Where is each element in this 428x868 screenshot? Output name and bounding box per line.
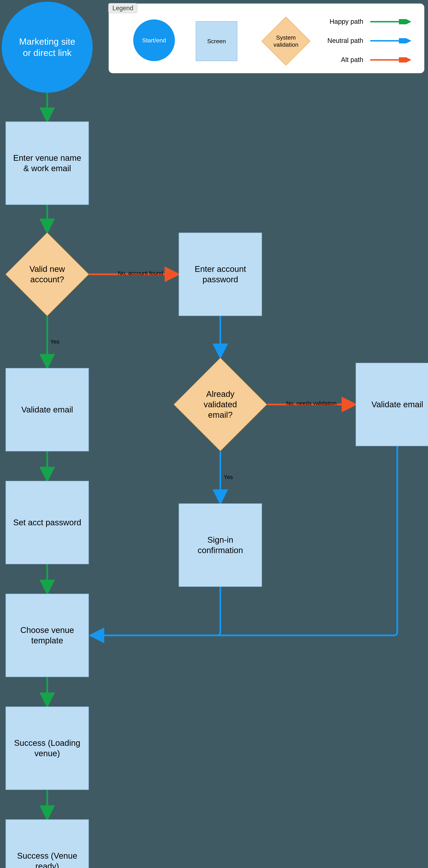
legend-validation-label: System validation [273, 34, 298, 48]
node-validate-email-right-label: Validate email [371, 399, 423, 410]
legend-alt-label: Alt path [341, 56, 363, 64]
legend-title: Legend [108, 3, 137, 13]
legend-start-end-label: Start/end [142, 37, 166, 44]
legend-neutral-row: Neutral path [327, 37, 414, 45]
edge-no-needs-validation: No, needs validation [286, 400, 336, 407]
node-signin-confirmation-label: Sign-in confirmation [198, 535, 243, 556]
node-already-validated-label: Already validated email? [204, 389, 237, 420]
node-choose-template: Choose venue template [5, 594, 89, 677]
node-validate-email-right: Validate email [356, 363, 428, 446]
node-signin-confirmation: Sign-in confirmation [179, 503, 262, 587]
legend-start-end: Start/end [133, 20, 175, 61]
node-start-label: Marketing site or direct link [19, 36, 75, 59]
node-success-loading: Success (Loading venue) [5, 707, 89, 790]
node-success-ready-label: Success (Venue ready) [17, 850, 77, 868]
legend-happy-label: Happy path [330, 18, 363, 26]
node-enter-password: Enter account password [179, 232, 262, 316]
node-choose-template-label: Choose venue template [20, 625, 74, 646]
node-success-ready: Success (Venue ready) [5, 819, 89, 868]
node-enter-venue-label: Enter venue name & work email [13, 153, 81, 174]
node-start: Marketing site or direct link [2, 2, 93, 93]
node-enter-venue: Enter venue name & work email [5, 122, 89, 205]
legend-panel: Legend Start/end Screen System validatio… [109, 3, 424, 73]
legend-alt-row: Alt path [341, 56, 414, 64]
node-validate-email-left: Validate email [5, 368, 89, 452]
node-enter-password-label: Enter account password [195, 264, 246, 285]
node-set-password-label: Set acct password [13, 517, 81, 528]
edge-yes-1: Yes [50, 339, 59, 345]
node-success-loading-label: Success (Loading venue) [14, 738, 80, 758]
node-valid-new-account-label: Valid new account? [30, 264, 65, 285]
legend-happy-row: Happy path [330, 18, 414, 26]
legend-screen: Screen [196, 21, 237, 61]
node-already-validated: Already validated email? [187, 372, 253, 437]
edge-yes-2: Yes [224, 474, 233, 480]
edge-no-account-found: No, account found [118, 270, 163, 276]
node-validate-email-left-label: Validate email [21, 404, 73, 415]
legend-neutral-label: Neutral path [327, 37, 363, 45]
node-set-password: Set acct password [5, 481, 89, 564]
node-valid-new-account: Valid new account? [18, 245, 77, 304]
legend-validation: System validation [269, 24, 303, 59]
legend-screen-label: Screen [207, 38, 226, 45]
